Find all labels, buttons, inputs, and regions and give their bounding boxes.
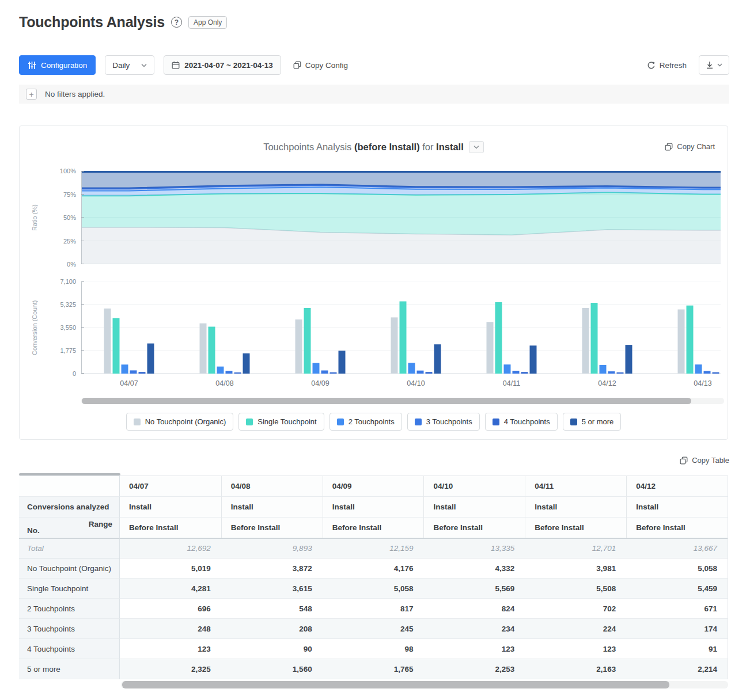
date-header-cell: 04/10 — [423, 476, 525, 497]
chart-scrollbar-track[interactable] — [81, 398, 724, 404]
value-cell: 3,872 — [221, 558, 323, 579]
date-range-value: 2021-04-07 ~ 2021-04-13 — [184, 61, 273, 70]
legend-item-2-touchpoints[interactable]: 2 Touchpoints — [329, 413, 402, 431]
ratio-tick-label: 75% — [43, 191, 76, 198]
x-axis-label: 04/11 — [491, 379, 532, 387]
count-tick-label: 1,775 — [43, 347, 76, 354]
legend-swatch-3-touchpoints — [415, 419, 422, 425]
value-cell: 248 — [120, 619, 221, 639]
range-value-cell: Before Install — [323, 518, 424, 538]
value-cell: 702 — [525, 599, 626, 619]
value-cell: 12,692 — [120, 538, 221, 558]
value-cell: 12,701 — [525, 538, 626, 558]
legend-label: 3 Touchpoints — [426, 417, 472, 426]
conversions-analyzed-label: Conversions analyzed — [19, 497, 120, 518]
table-row-5-or-more: 5 or more2,3251,5601,7652,2532,1632,214 — [19, 659, 728, 679]
range-value-cell: Before Install — [626, 518, 728, 538]
row-label: 2 Touchpoints — [19, 599, 120, 619]
conversion-value-cell: Install — [323, 497, 424, 518]
conversion-bar-chart — [81, 281, 721, 374]
table-row-4-touchpoints: 4 Touchpoints123909812312391 — [19, 639, 728, 659]
date-range-picker[interactable]: 2021-04-07 ~ 2021-04-13 — [164, 55, 281, 75]
toolbar: Configuration Daily 2021-04-07 ~ 2021-04… — [19, 55, 729, 75]
filter-bar: + No filters applied. — [19, 85, 729, 104]
copy-config-label: Copy Config — [305, 61, 348, 70]
value-cell: 208 — [221, 619, 323, 639]
value-cell: 12,159 — [323, 538, 424, 558]
table-row-3-touchpoints: 3 Touchpoints248208245234224174 — [19, 619, 728, 639]
value-cell: 817 — [323, 599, 424, 619]
value-cell: 4,281 — [120, 579, 221, 599]
count-tick-label: 0 — [43, 370, 76, 377]
help-icon[interactable]: ? — [171, 17, 182, 28]
conversion-value-cell: Install — [626, 497, 728, 518]
count-axis-label: Conversion (Count) — [31, 278, 39, 377]
legend-label: Single Touchpoint — [257, 417, 316, 426]
x-axis-label: 04/10 — [396, 379, 436, 387]
date-header-cell: 04/07 — [120, 476, 221, 497]
value-cell: 9,893 — [221, 538, 323, 558]
value-cell: 13,335 — [423, 538, 525, 558]
chart-title: Touchpoints Analysis (before Install) fo… — [263, 142, 464, 153]
value-cell: 4,176 — [323, 558, 424, 579]
x-axis-label: 04/12 — [587, 379, 627, 387]
chevron-down-icon — [717, 63, 722, 67]
date-header-cell: 04/11 — [525, 476, 626, 497]
copy-table-label: Copy Table — [692, 456, 729, 465]
date-header-cell: 04/12 — [626, 476, 728, 497]
legend-label: No Touchpoint (Organic) — [145, 417, 226, 426]
x-axis-label: 04/13 — [683, 379, 723, 387]
copy-chart-button[interactable]: Copy Chart — [665, 142, 715, 151]
range-value-cell: Before Install — [423, 518, 525, 538]
copy-config-button[interactable]: Copy Config — [293, 61, 348, 70]
value-cell: 4,332 — [423, 558, 525, 579]
ratio-tick-label: 0% — [43, 261, 76, 268]
refresh-button[interactable]: Refresh — [647, 61, 687, 70]
download-button[interactable] — [699, 55, 729, 75]
value-cell: 824 — [423, 599, 525, 619]
row-label: 4 Touchpoints — [19, 639, 120, 659]
row-label: No Touchpoint (Organic) — [19, 558, 120, 579]
legend-item-4-touchpoints[interactable]: 4 Touchpoints — [485, 413, 558, 431]
legend-item-no-touchpoint-organic[interactable]: No Touchpoint (Organic) — [126, 413, 234, 431]
legend-item-3-touchpoints[interactable]: 3 Touchpoints — [407, 413, 480, 431]
value-cell: 5,058 — [323, 579, 424, 599]
copy-table-button[interactable]: Copy Table — [680, 456, 729, 465]
conversion-value-cell: Install — [423, 497, 525, 518]
conversion-value-cell: Install — [221, 497, 323, 518]
row-label: Single Touchpoint — [19, 579, 120, 599]
range-value-cell: Before Install — [120, 518, 221, 538]
value-cell: 3,615 — [221, 579, 323, 599]
legend-swatch-2-touchpoints — [337, 419, 344, 425]
legend-item-5-or-more[interactable]: 5 or more — [563, 413, 622, 431]
table-row-single-touchpoint: Single Touchpoint4,2813,6155,0585,5695,5… — [19, 579, 728, 599]
value-cell: 671 — [626, 599, 728, 619]
range-label: Range — [89, 520, 112, 528]
legend-swatch-single-touchpoint — [246, 419, 253, 425]
configuration-button[interactable]: Configuration — [19, 55, 96, 75]
value-cell: 5,569 — [423, 579, 525, 599]
touchpoints-table: 04/0704/0804/0904/1004/1104/12Conversion… — [19, 475, 728, 679]
value-cell: 245 — [323, 619, 424, 639]
chart-legend: No Touchpoint (Organic)Single Touchpoint… — [20, 413, 728, 431]
count-tick-label: 5,325 — [43, 301, 76, 308]
chart-scrollbar-thumb[interactable] — [82, 398, 691, 404]
value-cell: 2,253 — [423, 659, 525, 679]
add-filter-button[interactable]: + — [26, 89, 37, 100]
chevron-down-icon — [141, 63, 147, 67]
table-scrollbar-track[interactable] — [121, 681, 728, 688]
legend-item-single-touchpoint[interactable]: Single Touchpoint — [238, 413, 324, 431]
calendar-icon — [172, 61, 180, 69]
legend-swatch-4-touchpoints — [493, 419, 499, 425]
row-label: 3 Touchpoints — [19, 619, 120, 639]
table-row-total: Total12,6929,89312,15913,33512,70113,667 — [19, 538, 728, 558]
row-label: 5 or more — [19, 659, 120, 679]
table-scrollbar-thumb[interactable] — [122, 681, 669, 688]
no-range-header-cell: RangeNo. — [19, 518, 120, 538]
value-cell: 696 — [120, 599, 221, 619]
value-cell: 5,508 — [525, 579, 626, 599]
chart-target-dropdown[interactable] — [469, 141, 484, 153]
legend-label: 5 or more — [582, 417, 614, 426]
granularity-select[interactable]: Daily — [105, 55, 154, 75]
value-cell: 123 — [120, 639, 221, 659]
